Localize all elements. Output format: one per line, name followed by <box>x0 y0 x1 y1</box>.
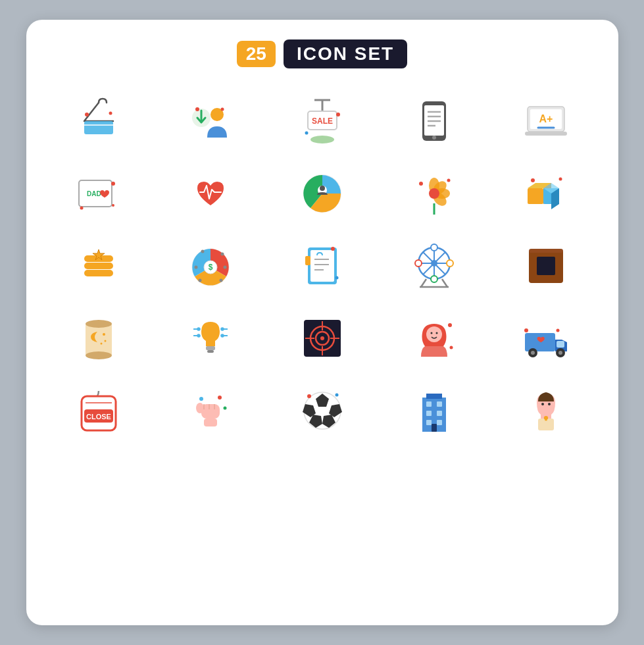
svg-point-136 <box>199 397 203 401</box>
icon-scroll-moon <box>46 305 151 371</box>
icon-soccer-ball <box>270 378 375 444</box>
icon-delivery-truck <box>493 305 599 371</box>
icon-dollar-pie: $ <box>158 233 263 299</box>
svg-point-30 <box>111 182 115 186</box>
svg-point-61 <box>194 266 197 269</box>
icon-fist <box>158 378 263 444</box>
icon-lightbulb-plug <box>158 305 263 371</box>
icon-target-crosshair <box>270 305 375 371</box>
svg-point-62 <box>223 266 226 269</box>
icon-flower <box>382 161 487 226</box>
svg-point-32 <box>112 204 114 207</box>
svg-point-114 <box>430 332 432 334</box>
svg-point-145 <box>307 394 311 398</box>
svg-point-2 <box>85 113 89 116</box>
svg-point-108 <box>320 336 324 340</box>
svg-point-51 <box>558 178 562 181</box>
svg-point-121 <box>531 351 535 355</box>
svg-point-157 <box>541 403 544 405</box>
svg-point-14 <box>336 113 340 116</box>
svg-rect-89 <box>86 324 112 355</box>
svg-text:$: $ <box>208 263 212 272</box>
icon-sale-sign: SALE <box>270 88 375 154</box>
svg-point-80 <box>431 276 437 282</box>
svg-rect-118 <box>525 333 555 351</box>
svg-point-42 <box>419 182 423 186</box>
svg-point-117 <box>449 346 453 349</box>
svg-text:DAD: DAD <box>87 190 101 197</box>
svg-line-83 <box>421 279 426 287</box>
svg-text:SALE: SALE <box>311 116 332 126</box>
svg-point-113 <box>426 326 442 342</box>
icon-trophy-head <box>493 378 599 444</box>
svg-rect-135 <box>204 419 217 426</box>
svg-point-138 <box>223 407 226 410</box>
icon-boxes <box>493 161 599 226</box>
badge-number: 25 <box>237 41 276 67</box>
svg-point-31 <box>80 207 83 210</box>
svg-rect-52 <box>84 270 113 276</box>
svg-point-125 <box>556 329 559 332</box>
svg-point-131 <box>196 403 204 413</box>
svg-point-63 <box>198 279 201 282</box>
icon-building <box>382 378 487 444</box>
svg-text:A+: A+ <box>539 113 553 124</box>
svg-line-84 <box>442 279 447 287</box>
svg-point-71 <box>331 247 335 251</box>
svg-rect-149 <box>426 401 432 407</box>
icon-frame <box>493 233 599 299</box>
svg-rect-53 <box>84 263 113 269</box>
icon-heart-pulse <box>158 161 263 226</box>
icon-close-sign: CLOSE <box>46 378 151 444</box>
icon-stack-star <box>46 233 151 299</box>
svg-point-15 <box>305 132 308 135</box>
svg-point-123 <box>558 351 562 355</box>
svg-point-78 <box>431 244 437 251</box>
svg-rect-152 <box>437 411 442 416</box>
svg-point-43 <box>447 179 450 182</box>
icons-grid: SALE <box>46 88 599 444</box>
svg-point-7 <box>195 107 199 111</box>
svg-point-3 <box>109 112 112 115</box>
svg-point-94 <box>100 343 102 345</box>
svg-rect-88 <box>529 249 563 253</box>
svg-rect-70 <box>305 256 310 265</box>
svg-rect-0 <box>84 121 113 134</box>
svg-point-18 <box>432 136 436 140</box>
svg-point-72 <box>335 276 338 280</box>
svg-rect-95 <box>206 346 215 350</box>
svg-point-41 <box>429 188 439 199</box>
svg-rect-96 <box>207 350 214 353</box>
svg-text:CLOSE: CLOSE <box>86 413 111 421</box>
svg-point-93 <box>104 340 106 342</box>
svg-point-8 <box>220 108 224 111</box>
svg-point-64 <box>219 279 222 282</box>
icon-dad-card: DAD <box>46 161 151 226</box>
svg-point-79 <box>447 260 453 267</box>
svg-rect-44 <box>528 188 543 204</box>
icon-user-pie <box>270 161 375 226</box>
icon-hijab-woman <box>382 305 487 371</box>
svg-point-50 <box>531 178 535 182</box>
title-text: ICON SET <box>284 39 407 68</box>
svg-point-158 <box>548 403 551 405</box>
icon-laptop-grade: A+ <box>493 88 599 154</box>
svg-point-35 <box>320 186 325 191</box>
svg-rect-87 <box>537 257 555 275</box>
svg-point-60 <box>220 253 224 256</box>
svg-rect-148 <box>426 394 442 399</box>
svg-rect-155 <box>432 424 437 432</box>
svg-rect-151 <box>426 411 432 416</box>
icon-address-book <box>270 233 375 299</box>
icon-person-download <box>158 88 263 154</box>
svg-point-82 <box>431 260 437 267</box>
header: 25 ICON SET <box>237 39 407 68</box>
svg-point-146 <box>335 394 338 397</box>
svg-point-91 <box>86 351 112 359</box>
svg-point-90 <box>86 320 112 328</box>
svg-point-92 <box>103 333 105 336</box>
svg-rect-154 <box>437 420 442 425</box>
svg-point-137 <box>218 396 222 400</box>
svg-point-124 <box>524 328 528 332</box>
icon-mobile-document <box>382 88 487 154</box>
